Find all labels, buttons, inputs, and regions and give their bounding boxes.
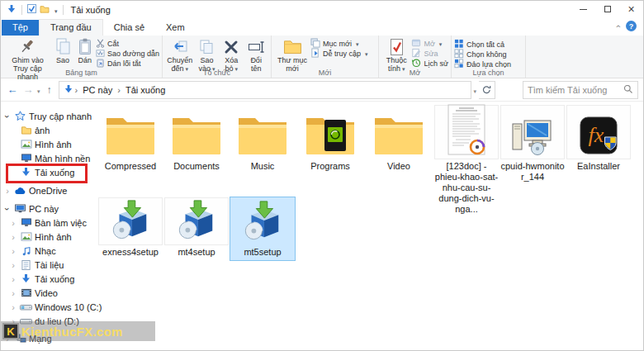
chevron-right-icon[interactable] (9, 218, 17, 228)
qat-customize-chevron-icon[interactable] (53, 5, 58, 15)
paste-shortcut-button[interactable]: Dán lối tắt (96, 59, 159, 69)
copy-to-icon (199, 37, 215, 56)
tab-view[interactable]: Xem (155, 20, 196, 36)
sidebar-item-pictures-qa[interactable]: Hình ảnh (1, 137, 93, 151)
close-button[interactable] (619, 1, 643, 17)
file-tile-mt5setup[interactable]: mt5setup (230, 197, 295, 260)
chevron-down-icon[interactable] (3, 111, 12, 121)
sidebar-item-onedrive[interactable]: OneDrive (1, 183, 93, 197)
copy-path-button[interactable]: Sao đường dẫn (96, 49, 159, 59)
new-folder-icon (283, 37, 302, 56)
sidebar-item-drive-c[interactable]: Windows 10 (C:) (1, 300, 93, 314)
group-label-selection: Lựa chọn (452, 69, 525, 77)
rename-icon (248, 37, 265, 56)
maximize-button[interactable] (595, 1, 619, 17)
sidebar-item-this-pc[interactable]: PC này (1, 202, 93, 216)
divider (63, 5, 64, 15)
sidebar-item-anh[interactable]: ảnh (1, 123, 93, 137)
tab-share[interactable]: Chia sẻ (103, 20, 155, 36)
sidebar-item-music[interactable]: Nhạc (1, 244, 93, 258)
recent-locations-chevron-icon[interactable] (37, 85, 40, 95)
address-row: PC này Tải xuống (1, 78, 643, 102)
sidebar-label: Hình ảnh (35, 232, 72, 242)
setup-computer-icon (510, 117, 555, 157)
open-label: Mở (424, 40, 434, 48)
copy-button[interactable]: Sao (52, 37, 74, 64)
sidebar-label: Video (35, 288, 58, 298)
file-tile-cpuid[interactable]: cpuid-hwmonitor_144 (500, 105, 565, 183)
address-dropdown-chevron-icon[interactable] (474, 85, 477, 95)
file-tile-compressed[interactable]: Compressed (98, 105, 163, 172)
document-icon (20, 260, 32, 270)
onedrive-cloud-icon (14, 187, 26, 195)
sidebar-item-desktop[interactable]: Bàn làm việc (1, 216, 93, 230)
copy-icon (55, 37, 71, 56)
file-tile-music[interactable]: Music (230, 105, 295, 172)
tab-file[interactable]: Tệp (2, 20, 39, 36)
watermark: K KienthucFX.com (1, 321, 155, 341)
pin-icon (19, 37, 36, 56)
file-tile-eainstaller[interactable]: fx EaInstaller (566, 105, 631, 172)
refresh-button[interactable] (479, 81, 495, 99)
search-icon[interactable] (623, 84, 633, 96)
video-icon (20, 288, 32, 297)
file-name: exness4setup (98, 247, 163, 258)
help-icon[interactable] (626, 21, 637, 31)
file-tile-123doc[interactable]: [123doc] - phieu-khao-sat-nhu-cau-su-dun… (434, 105, 499, 215)
file-tile-exness4setup[interactable]: exness4setup (98, 197, 163, 258)
minimize-button[interactable] (571, 1, 595, 17)
sidebar-item-pictures[interactable]: Hình ảnh (1, 230, 93, 244)
pc-icon (14, 204, 26, 213)
chevron-right-icon[interactable] (9, 288, 17, 298)
sidebar-label: Windows 10 (C:) (35, 302, 102, 312)
chevron-right-icon[interactable] (9, 246, 17, 256)
downloads-window-icon (7, 4, 17, 16)
copy-to-button[interactable]: Sao vào (195, 37, 220, 73)
sidebar-label: Truy cập nhanh (29, 111, 92, 121)
paste-button[interactable]: Dán (73, 37, 96, 64)
properties-button[interactable]: Thuộc tính (381, 37, 411, 73)
delete-button[interactable]: Xóa bỏ (219, 37, 244, 73)
navigation-pane: Truy cập nhanh ảnh Hình ảnh Màn hình nền (1, 102, 93, 350)
installer-box-icon (108, 198, 153, 243)
file-tile-documents[interactable]: Documents (164, 105, 229, 172)
monitor-icon (20, 218, 32, 227)
explorer-window: Tải xuống Tệp Trang đầu Chia sẻ Xem Ghim… (0, 0, 644, 351)
up-button[interactable] (43, 84, 56, 96)
chevron-right-icon[interactable] (9, 260, 17, 270)
sidebar-item-documents[interactable]: Tài liệu (1, 258, 93, 272)
tab-home[interactable]: Trang đầu (39, 19, 103, 36)
fx-app-icon: fx (579, 116, 618, 157)
forward-button[interactable] (21, 83, 35, 96)
sidebar-item-quick-access[interactable]: Truy cập nhanh (1, 109, 93, 123)
chevron-right-icon[interactable] (9, 232, 17, 242)
move-to-icon (172, 37, 188, 56)
new-folder-button[interactable]: Thư mục mới (274, 37, 310, 73)
sidebar-item-downloads[interactable]: Tải xuống (1, 272, 93, 286)
chevron-right-icon[interactable] (3, 186, 12, 196)
music-note-icon (20, 246, 32, 256)
collapse-ribbon-icon[interactable] (616, 21, 619, 31)
address-bar[interactable]: PC này Tải xuống (59, 81, 471, 99)
easy-access-button[interactable]: Dễ truy cập (310, 49, 368, 59)
history-button[interactable]: Lịch sử (411, 59, 448, 69)
move-to-button[interactable]: Chuyển đến (165, 37, 195, 73)
file-tile-programs[interactable]: Programs (298, 105, 362, 172)
chevron-down-icon[interactable] (3, 204, 12, 214)
cut-button[interactable]: Cắt (96, 39, 159, 49)
qat-properties-button[interactable] (27, 4, 36, 15)
search-box[interactable] (523, 81, 638, 99)
chevron-right-icon[interactable] (9, 302, 17, 312)
search-input[interactable] (528, 85, 623, 95)
sidebar-item-video[interactable]: Video (1, 286, 93, 300)
file-tile-mt4setup[interactable]: mt4setup (164, 197, 229, 258)
select-all-label: Chọn tất cả (466, 40, 504, 49)
file-tile-video[interactable]: Video (367, 105, 431, 172)
qat-new-folder-button[interactable] (40, 5, 50, 15)
chevron-right-icon[interactable] (9, 274, 17, 284)
back-button[interactable] (6, 83, 19, 96)
ribbon-group-selection: Chọn tất cả Chọn không Đảo lựa chọn Lựa … (452, 36, 526, 78)
rename-button[interactable]: Đổi tên (244, 37, 268, 73)
breadcrumb-this-pc[interactable]: PC này (79, 85, 116, 95)
breadcrumb-downloads[interactable]: Tải xuống (122, 85, 168, 95)
